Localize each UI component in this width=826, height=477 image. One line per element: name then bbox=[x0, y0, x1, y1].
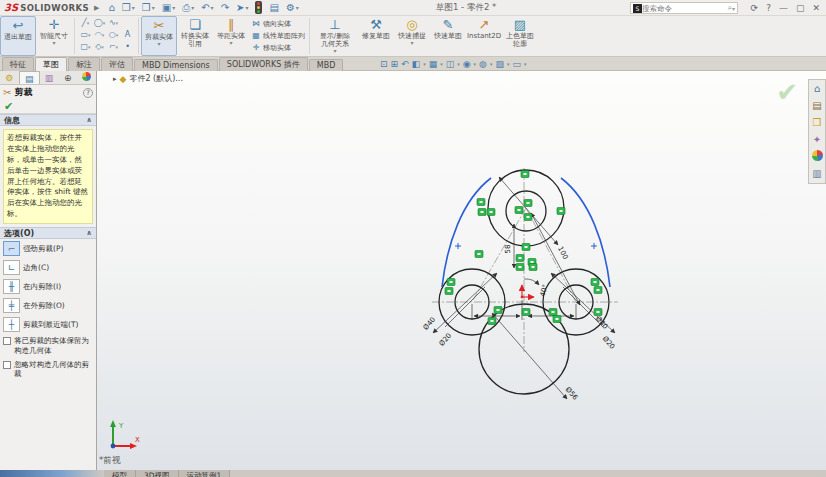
corner-option[interactable]: ∟ 边角(C) bbox=[0, 258, 96, 277]
view-orientation-icon[interactable]: ▦ bbox=[429, 57, 438, 71]
point-icon[interactable]: • bbox=[121, 41, 134, 52]
flyout-expand-icon[interactable]: ▸ bbox=[113, 75, 117, 83]
file-explorer-icon[interactable]: ❒ bbox=[810, 116, 824, 130]
dim-left-outer-dia[interactable]: Ø40 bbox=[422, 316, 437, 332]
linear-pattern-button[interactable]: ▦ 线性草图阵列 bbox=[249, 30, 307, 41]
design-library-icon[interactable]: ▤ bbox=[810, 99, 824, 113]
convert-entities-button[interactable]: ❏ 转换实体引用 bbox=[177, 16, 213, 56]
collapse-icon[interactable]: ∧ bbox=[86, 229, 92, 237]
select-icon[interactable]: ➤▾ bbox=[233, 1, 251, 15]
tab-evaluate[interactable]: 评估 bbox=[101, 57, 133, 71]
smart-dimension-button[interactable]: ✛ 智能尺寸 ▾ bbox=[36, 16, 72, 56]
rebuild-icon[interactable] bbox=[252, 1, 265, 15]
confirmation-corner-ok[interactable]: ✔ bbox=[776, 77, 798, 107]
arc-icon[interactable]: ◠▾ bbox=[93, 29, 106, 40]
info-section-header[interactable]: 信息 ∧ bbox=[0, 114, 96, 126]
close-button[interactable]: ✕ bbox=[812, 3, 820, 13]
pm-help-icon[interactable]: ? bbox=[83, 88, 93, 98]
apply-scene-icon[interactable]: ▨ bbox=[495, 57, 504, 71]
sketch-drawing[interactable]: 58 100 40° Ø40 Ø20 Ø40 Ø20 Ø56 bbox=[97, 71, 826, 470]
dimxpert-tab-icon[interactable]: ⊕ bbox=[58, 71, 77, 84]
solidworks-resources-icon[interactable]: ⌂ bbox=[810, 82, 824, 96]
search-dropdown-icon[interactable]: ▾ bbox=[732, 5, 735, 12]
display-manager-tab-icon[interactable] bbox=[77, 71, 96, 84]
dim-big-dia[interactable]: Ø56 bbox=[564, 386, 580, 403]
graphics-area[interactable]: 58 100 40° Ø40 Ø20 Ø40 Ø20 Ø56 bbox=[97, 71, 826, 470]
search-input[interactable] bbox=[642, 4, 728, 13]
rectangle-icon[interactable]: ▭▾ bbox=[79, 29, 92, 40]
text-icon[interactable]: A bbox=[121, 29, 134, 40]
move-entities-button[interactable]: ✛ 移动实体 bbox=[249, 42, 307, 53]
model-tab[interactable]: 模型 bbox=[104, 470, 136, 477]
zoom-fit-icon[interactable]: ⊡ bbox=[380, 57, 388, 71]
property-manager-tab-icon[interactable]: ▤ bbox=[19, 71, 40, 84]
minimize-button[interactable]: — bbox=[779, 3, 788, 13]
dim-right-inner-dia[interactable]: Ø20 bbox=[601, 335, 616, 351]
print-icon[interactable]: ⎙▾ bbox=[179, 1, 197, 15]
restore-button[interactable]: ▢ bbox=[796, 3, 805, 13]
dim-58[interactable]: 58 bbox=[504, 245, 512, 254]
command-search[interactable]: S ⌕ ▾ bbox=[630, 2, 738, 14]
trim-away-inside-option[interactable]: ╫ 在内剪除(I) bbox=[0, 277, 96, 296]
solidworks-logo[interactable]: 3S SOLIDWORKS ▶ bbox=[0, 2, 105, 13]
help-icon[interactable]: ? bbox=[766, 3, 771, 13]
new-document-icon[interactable]: ❐▾ bbox=[119, 1, 138, 15]
custom-properties-icon[interactable]: ▥ bbox=[810, 167, 824, 181]
collapse-icon[interactable]: ∧ bbox=[86, 116, 92, 124]
instant2d-button[interactable]: ↗ Instant2D bbox=[466, 16, 502, 56]
menu-expand-icon[interactable]: ▶ bbox=[94, 4, 99, 12]
zoom-area-icon[interactable]: ⊞ bbox=[391, 57, 399, 71]
ellipse-icon[interactable]: ○▾ bbox=[107, 29, 120, 40]
keep-as-construction-checkbox[interactable]: 将已剪裁的实体保留为构造几何体 bbox=[0, 334, 96, 358]
quick-snaps-button[interactable]: ◎ 快速捕捉 ▾ bbox=[394, 16, 430, 56]
save-icon[interactable]: ▣▾ bbox=[159, 1, 178, 15]
power-trim-option[interactable]: ⌐ 强劲剪裁(P) bbox=[0, 239, 96, 258]
shaded-contours-button[interactable]: ▨ 上色草图轮廓 bbox=[502, 16, 538, 56]
fillet-icon[interactable]: ⌐▾ bbox=[107, 41, 120, 52]
dim-100[interactable]: 100 bbox=[556, 245, 569, 261]
offset-entities-button[interactable]: ∥ 等距实体 ▾ bbox=[213, 16, 249, 56]
configuration-manager-tab-icon[interactable]: ▥ bbox=[40, 71, 59, 84]
signin-icon[interactable]: ⟳ bbox=[751, 3, 759, 13]
polygon-icon[interactable]: ◇▾ bbox=[93, 41, 106, 52]
section-view-icon[interactable]: ◧ bbox=[412, 57, 421, 71]
display-style-icon[interactable]: ◫ bbox=[446, 57, 455, 71]
tab-mbd[interactable]: MBD bbox=[309, 59, 344, 71]
tab-markup[interactable]: 标注 bbox=[68, 57, 100, 71]
redo-icon[interactable]: ↷ bbox=[218, 1, 232, 15]
dim-left-inner-dia[interactable]: Ø20 bbox=[438, 332, 453, 348]
trim-away-outside-option[interactable]: ╪ 在外剪除(O) bbox=[0, 296, 96, 315]
exit-sketch-button[interactable]: ↩ 退出草图 bbox=[0, 16, 36, 56]
options-section-header[interactable]: 选项(O) ∧ bbox=[0, 227, 96, 239]
motion-study-tab[interactable]: 运动算例1 bbox=[179, 470, 231, 477]
slot-icon[interactable]: ▢▾ bbox=[79, 41, 92, 52]
mirror-entities-button[interactable]: ⋈ 镜向实体 bbox=[249, 18, 307, 29]
open-icon[interactable]: ❒▾ bbox=[139, 1, 158, 15]
construction-lines[interactable] bbox=[432, 168, 618, 352]
spline-icon[interactable]: ∿▾ bbox=[107, 17, 120, 28]
file-properties-icon[interactable]: ▤ bbox=[266, 1, 281, 15]
trim-entities-button[interactable]: ✂ 剪裁实体 ▾ bbox=[141, 16, 177, 56]
line-icon[interactable]: ╱▾ bbox=[79, 17, 92, 28]
hide-show-items-icon[interactable]: ◉ bbox=[463, 57, 471, 71]
tab-sketch[interactable]: 草图 bbox=[35, 57, 67, 71]
trim-to-closest-option[interactable]: ┼ 剪裁到最近端(T) bbox=[0, 315, 96, 334]
tab-features[interactable]: 特征 bbox=[2, 57, 34, 71]
sketch-origin[interactable] bbox=[521, 285, 534, 298]
view-settings-icon[interactable]: ▭ bbox=[513, 57, 522, 71]
edit-appearance-icon[interactable]: ◍ bbox=[479, 57, 487, 71]
feature-tree-flyout[interactable]: ▸ ◆ 零件2 (默认)... bbox=[113, 73, 183, 84]
display-delete-relations-button[interactable]: ⊥ 显示/删除几何关系 ▾ bbox=[312, 16, 358, 56]
rapid-sketch-button[interactable]: ✎ 快速草图 bbox=[430, 16, 466, 56]
dim-40deg[interactable]: 40° bbox=[539, 283, 550, 297]
appearances-scenes-icon[interactable] bbox=[810, 150, 824, 164]
tab-mbd-dimensions[interactable]: MBD Dimensions bbox=[134, 59, 218, 71]
previous-view-icon[interactable]: ↶ bbox=[401, 57, 409, 71]
undo-icon[interactable]: ↶▾ bbox=[198, 1, 216, 15]
repair-sketch-button[interactable]: ⚒ 修复草图 bbox=[358, 16, 394, 56]
home-icon[interactable]: ⌂ bbox=[105, 1, 117, 15]
tab-addins[interactable]: SOLIDWORKS 插件 bbox=[219, 57, 308, 71]
options-icon[interactable]: ⚙▾ bbox=[283, 1, 302, 15]
ignore-construction-checkbox[interactable]: 忽略对构造几何体的剪裁 bbox=[0, 358, 96, 382]
pm-ok-button[interactable]: ✔ bbox=[0, 100, 96, 114]
